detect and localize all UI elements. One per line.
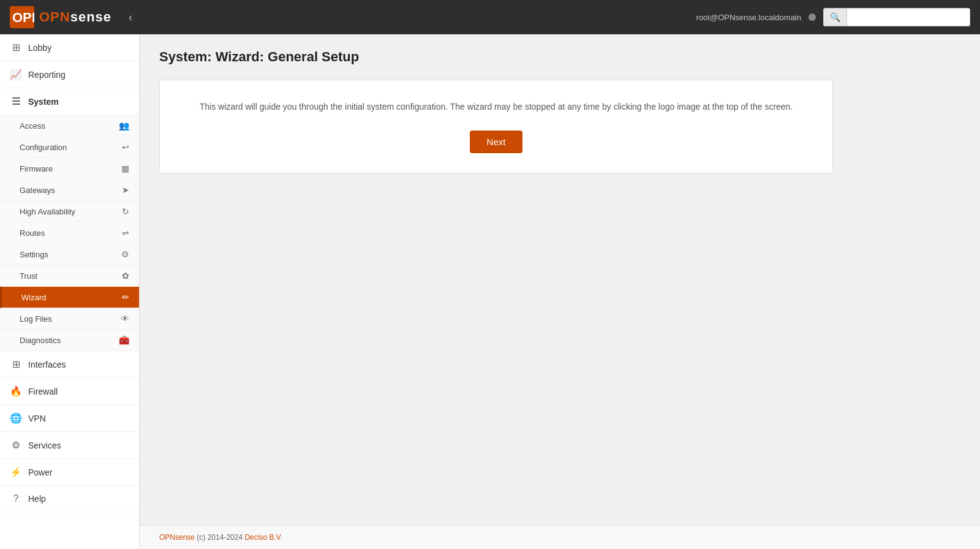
sidebar: ⊞ Lobby 📈 Reporting ☰ System Access 👥 Co… (0, 34, 140, 549)
sidebar-power-label: Power (28, 468, 53, 477)
sidebar-help-label: Help (28, 494, 46, 504)
sidebar-item-services[interactable]: ⚙ Services (0, 432, 139, 459)
diagnostics-label: Diagnostics (20, 336, 61, 345)
sidebar-item-log-files[interactable]: Log Files 👁 (0, 308, 139, 330)
help-icon: ? (10, 493, 22, 504)
collapse-button[interactable]: ‹ (124, 9, 137, 26)
page-title: System: Wizard: General Setup (159, 49, 960, 65)
sidebar-item-firmware[interactable]: Firmware ▦ (0, 158, 139, 180)
wizard-description: This wizard will guide you through the i… (184, 100, 808, 113)
firmware-icon: ▦ (121, 164, 129, 173)
search-input[interactable] (847, 9, 970, 26)
vpn-icon: 🌐 (10, 412, 22, 424)
next-button[interactable]: Next (470, 131, 523, 153)
wizard-label: Wizard (21, 293, 46, 302)
sidebar-services-label: Services (28, 441, 61, 450)
main-layout: ⊞ Lobby 📈 Reporting ☰ System Access 👥 Co… (0, 34, 980, 549)
header-right: root@OPNsense.localdomain 🔍 (696, 8, 970, 26)
trust-label: Trust (20, 271, 37, 281)
system-sub-items: Access 👥 Configuration ↩ Firmware ▦ Gate… (0, 115, 139, 351)
settings-icon: ⚙ (121, 249, 129, 259)
sidebar-item-settings[interactable]: Settings ⚙ (0, 244, 139, 265)
footer-brand: OPNsense (159, 533, 195, 542)
header: OPN OPNsense ‹ root@OPNsense.localdomain… (0, 0, 980, 34)
sidebar-item-access[interactable]: Access 👥 (0, 115, 139, 137)
footer: OPNsense (c) 2014-2024 Deciso B.V. (140, 525, 980, 549)
svg-text:OPN: OPN (12, 10, 34, 25)
sidebar-firewall-label: Firewall (28, 387, 58, 396)
routes-label: Routes (20, 229, 45, 238)
configuration-label: Configuration (20, 143, 67, 152)
logo-area: OPN OPNsense ‹ (10, 6, 137, 28)
sidebar-section-system[interactable]: ☰ System (0, 88, 139, 115)
content-area: System: Wizard: General Setup This wizar… (140, 34, 980, 549)
user-info: root@OPNsense.localdomain (696, 13, 801, 22)
logo-icon: OPN (10, 6, 34, 28)
high-availability-icon: ↻ (122, 206, 129, 216)
sidebar-item-lobby[interactable]: ⊞ Lobby (0, 34, 139, 61)
log-files-label: Log Files (20, 314, 52, 324)
routes-icon: ⇌ (122, 228, 129, 238)
sidebar-item-power[interactable]: ⚡ Power (0, 459, 139, 486)
access-icon: 👥 (119, 121, 129, 131)
sidebar-interfaces-label: Interfaces (28, 360, 66, 369)
firewall-icon: 🔥 (10, 385, 22, 397)
search-area: 🔍 (823, 8, 970, 26)
system-icon: ☰ (10, 96, 22, 107)
sidebar-item-trust[interactable]: Trust ✿ (0, 265, 139, 287)
lobby-icon: ⊞ (10, 42, 22, 53)
sidebar-item-interfaces[interactable]: ⊞ Interfaces (0, 351, 139, 378)
status-indicator (809, 13, 816, 21)
wizard-icon: ✏ (122, 292, 129, 302)
services-icon: ⚙ (10, 439, 22, 451)
sidebar-item-routes[interactable]: Routes ⇌ (0, 222, 139, 244)
sidebar-item-firewall[interactable]: 🔥 Firewall (0, 378, 139, 405)
sidebar-item-configuration[interactable]: Configuration ↩ (0, 137, 139, 158)
interfaces-icon: ⊞ (10, 358, 22, 370)
reporting-icon: 📈 (10, 69, 22, 80)
sidebar-item-vpn[interactable]: 🌐 VPN (0, 405, 139, 432)
sidebar-item-reporting[interactable]: 📈 Reporting (0, 61, 139, 88)
gateways-icon: ➤ (122, 185, 129, 195)
sidebar-item-wizard[interactable]: Wizard ✏ (0, 287, 139, 308)
sidebar-item-gateways[interactable]: Gateways ➤ (0, 180, 139, 201)
content-inner: System: Wizard: General Setup This wizar… (140, 34, 980, 525)
trust-icon: ✿ (122, 271, 129, 281)
search-button[interactable]: 🔍 (824, 9, 847, 26)
high-availability-label: High Availability (20, 207, 75, 216)
power-icon: ⚡ (10, 466, 22, 478)
sidebar-item-diagnostics[interactable]: Diagnostics 🧰 (0, 330, 139, 351)
footer-link[interactable]: Deciso B.V. (244, 533, 282, 542)
settings-label: Settings (20, 250, 48, 259)
footer-copyright: (c) 2014-2024 (195, 533, 244, 542)
diagnostics-icon: 🧰 (119, 335, 129, 345)
gateways-label: Gateways (20, 186, 55, 195)
access-label: Access (20, 121, 45, 131)
sidebar-item-help[interactable]: ? Help (0, 486, 139, 512)
sidebar-lobby-label: Lobby (28, 43, 51, 53)
configuration-icon: ↩ (122, 142, 129, 152)
logo-text: OPNsense (39, 9, 111, 25)
sidebar-vpn-label: VPN (28, 414, 46, 423)
sidebar-system-label: System (28, 97, 59, 107)
log-files-icon: 👁 (121, 314, 129, 324)
wizard-card: This wizard will guide you through the i… (159, 80, 833, 173)
firmware-label: Firmware (20, 164, 53, 173)
sidebar-reporting-label: Reporting (28, 70, 66, 80)
sidebar-item-high-availability[interactable]: High Availability ↻ (0, 201, 139, 222)
